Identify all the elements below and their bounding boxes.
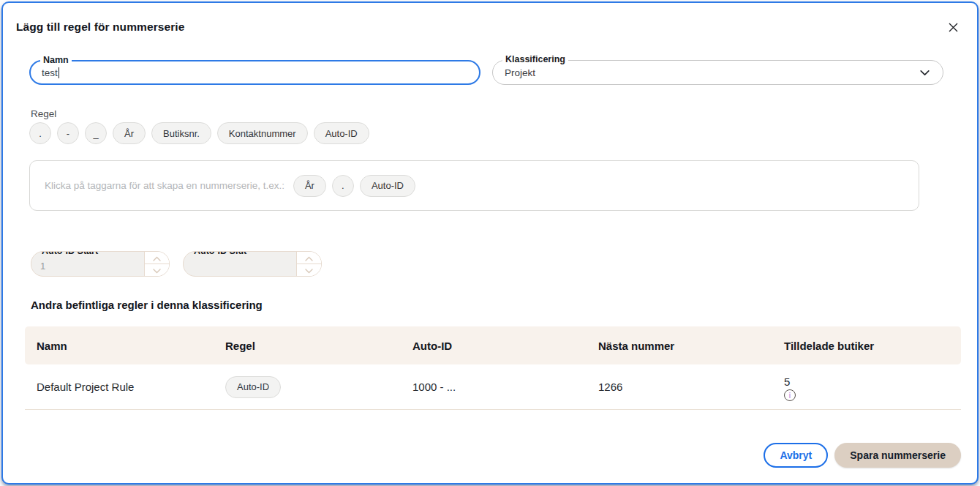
save-button[interactable]: Spara nummerserie (834, 443, 961, 468)
name-field[interactable]: Namn test (29, 60, 480, 85)
rule-section-label: Regel (31, 108, 56, 119)
rule-tag-chip[interactable]: _ (85, 122, 107, 144)
auto-id-slut-label: Auto-ID Slut (192, 251, 249, 257)
decrement-button[interactable] (297, 264, 321, 276)
existing-rules-heading: Andra befintliga regler i denna klassifi… (31, 299, 263, 311)
auto-id-start-field[interactable]: Auto-ID Start 1 (31, 251, 170, 277)
increment-button[interactable] (145, 252, 169, 264)
dialog-title: Lägg till regel för nummerserie (16, 20, 185, 34)
close-button[interactable] (945, 20, 961, 37)
example-tag-chip: År (293, 175, 326, 197)
table-column-header: Auto-ID (412, 340, 598, 352)
classification-label: Klassificering (502, 54, 568, 64)
rule-tag-chip[interactable]: År (113, 122, 146, 144)
example-tag-chip: Auto-ID (360, 175, 415, 197)
cell-tilldelade-butiker: 5 i (784, 373, 961, 401)
increment-button[interactable] (297, 252, 321, 264)
decrement-button[interactable] (145, 264, 169, 276)
chevron-down-icon (153, 265, 161, 276)
rule-tag-chip[interactable]: Auto-ID (314, 122, 369, 144)
chevron-up-icon (153, 253, 161, 263)
rule-builder-placeholder: Klicka på taggarna för att skapa en numm… (45, 180, 284, 191)
add-number-series-rule-dialog: Lägg till regel för nummerserie Namn tes… (1, 1, 979, 485)
dialog-footer: Avbryt Spara nummerserie (764, 443, 961, 468)
auto-id-range-row: Auto-ID Start 1 Auto-ID Slut (31, 251, 322, 277)
auto-id-slut-stepper (296, 252, 321, 276)
table-column-header: Tilldelade butiker (784, 340, 961, 352)
rule-tags: . - _ År Butiksnr. Kontaktnummer Auto-ID (29, 122, 369, 144)
existing-rules-table: Namn Regel Auto-ID Nästa nummer Tilldela… (25, 326, 961, 410)
table-column-header: Nästa nummer (598, 340, 784, 352)
example-tags: År . Auto-ID (293, 175, 415, 197)
assigned-stores-count: 5 (784, 375, 790, 388)
name-field-value: test (42, 67, 58, 78)
classification-select[interactable]: Klassificering Projekt (492, 60, 943, 85)
chevron-down-icon (305, 265, 313, 276)
table-row: Default Project Rule Auto-ID 1000 - ... … (25, 364, 961, 410)
close-icon (948, 22, 959, 35)
classification-value: Projekt (505, 67, 535, 78)
cell-namn: Default Project Rule (37, 381, 225, 393)
rule-tag-chip: Auto-ID (225, 376, 281, 398)
table-column-header: Namn (37, 340, 225, 352)
rule-tag-chip[interactable]: . (29, 122, 51, 144)
text-caret (59, 67, 60, 78)
cell-regel: Auto-ID (225, 376, 412, 398)
name-field-label: Namn (40, 55, 72, 65)
cell-auto-id: 1000 - ... (412, 381, 598, 393)
top-fields-row: Namn test Klassificering Projekt (29, 60, 943, 85)
chevron-down-icon (919, 67, 931, 79)
table-header-row: Namn Regel Auto-ID Nästa nummer Tilldela… (25, 326, 961, 364)
cancel-button[interactable]: Avbryt (764, 443, 828, 468)
rule-tag-chip[interactable]: Kontaktnummer (217, 122, 308, 144)
rule-builder-dropzone[interactable]: Klicka på taggarna för att skapa en numm… (29, 160, 919, 211)
rule-tag-chip[interactable]: - (57, 122, 79, 144)
cell-nasta-nummer: 1266 (598, 381, 784, 393)
info-icon[interactable]: i (784, 389, 796, 401)
auto-id-start-stepper (144, 252, 169, 276)
auto-id-slut-field[interactable]: Auto-ID Slut (183, 251, 322, 277)
chevron-up-icon (305, 253, 313, 263)
table-column-header: Regel (225, 340, 412, 352)
auto-id-start-label: Auto-ID Start (39, 251, 100, 257)
rule-tag-chip[interactable]: Butiksnr. (151, 122, 211, 144)
example-tag-chip: . (332, 175, 354, 197)
